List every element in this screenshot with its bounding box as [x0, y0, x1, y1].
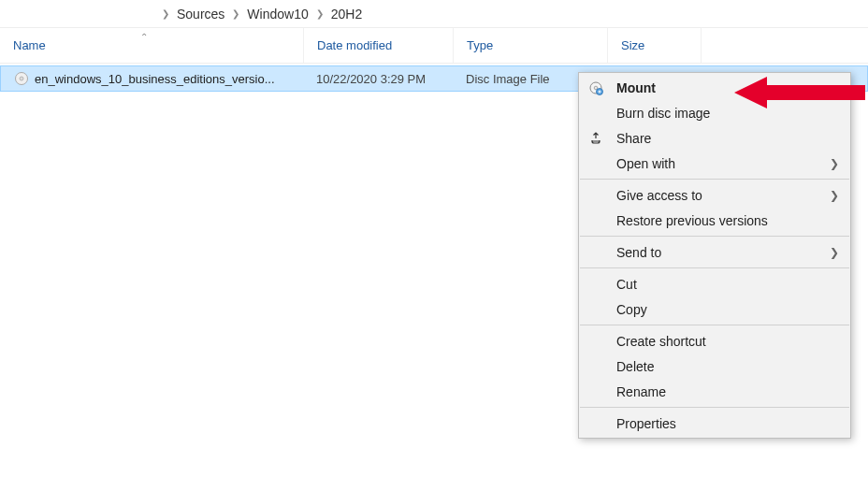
chevron-right-icon: ❯ [316, 8, 324, 19]
column-type-label: Type [467, 38, 493, 52]
disc-mount-icon [588, 80, 603, 95]
chevron-right-icon: ❯ [830, 246, 839, 259]
menu-label: Cut [616, 277, 637, 292]
menu-mount[interactable]: Mount [579, 75, 850, 100]
menu-separator [580, 236, 849, 237]
breadcrumb-item[interactable]: Sources [177, 7, 224, 22]
chevron-right-icon: ❯ [830, 189, 839, 202]
menu-separator [580, 325, 849, 325]
column-name-label: Name [13, 38, 46, 52]
menu-label: Burn disc image [616, 106, 710, 121]
chevron-right-icon: ❯ [232, 8, 239, 19]
menu-label: Share [616, 131, 651, 146]
column-type[interactable]: Type [454, 28, 608, 63]
file-date: 10/22/2020 3:29 PM [303, 72, 453, 86]
column-size[interactable]: Size [608, 28, 702, 63]
menu-label: Give access to [616, 188, 702, 203]
menu-label: Rename [616, 384, 666, 399]
disc-image-file-icon [14, 71, 29, 86]
menu-share[interactable]: Share [579, 125, 850, 151]
breadcrumb[interactable]: ❯ Sources ❯ Window10 ❯ 20H2 [0, 0, 868, 28]
menu-separator [580, 267, 849, 268]
column-name[interactable]: Name [0, 28, 304, 63]
file-name: en_windows_10_business_editions_versio..… [35, 72, 275, 86]
menu-label: Mount [616, 80, 656, 95]
menu-label: Restore previous versions [616, 213, 768, 228]
chevron-right-icon: ❯ [830, 157, 839, 170]
context-menu: Mount Burn disc image Share Open with ❯ … [578, 72, 851, 439]
menu-openwith[interactable]: Open with ❯ [579, 151, 850, 176]
menu-sendto[interactable]: Send to ❯ [579, 239, 850, 265]
menu-label: Send to [616, 245, 661, 260]
breadcrumb-item[interactable]: 20H2 [331, 7, 362, 22]
share-icon [588, 131, 603, 146]
menu-restore[interactable]: Restore previous versions [579, 208, 850, 233]
menu-label: Open with [616, 156, 675, 171]
menu-giveaccess[interactable]: Give access to ❯ [579, 182, 850, 208]
column-date[interactable]: Date modified [304, 28, 454, 63]
menu-separator [580, 407, 849, 408]
menu-copy[interactable]: Copy [579, 296, 850, 322]
menu-delete[interactable]: Delete [579, 354, 850, 379]
column-headers: Name Date modified Type Size [0, 28, 868, 64]
menu-label: Properties [616, 416, 676, 431]
menu-separator [580, 179, 849, 180]
svg-point-1 [20, 77, 23, 80]
menu-shortcut[interactable]: Create shortcut [579, 328, 850, 354]
menu-rename[interactable]: Rename [579, 379, 850, 404]
sort-up-icon: ⌃ [140, 32, 148, 42]
chevron-right-icon: ❯ [162, 8, 169, 19]
column-date-label: Date modified [317, 38, 392, 52]
menu-cut[interactable]: Cut [579, 271, 850, 296]
column-size-label: Size [621, 38, 644, 52]
breadcrumb-item[interactable]: Window10 [247, 7, 308, 22]
menu-burn[interactable]: Burn disc image [579, 100, 850, 125]
menu-properties[interactable]: Properties [579, 411, 850, 436]
menu-label: Delete [616, 359, 654, 374]
menu-label: Copy [616, 302, 647, 317]
menu-label: Create shortcut [616, 334, 706, 349]
